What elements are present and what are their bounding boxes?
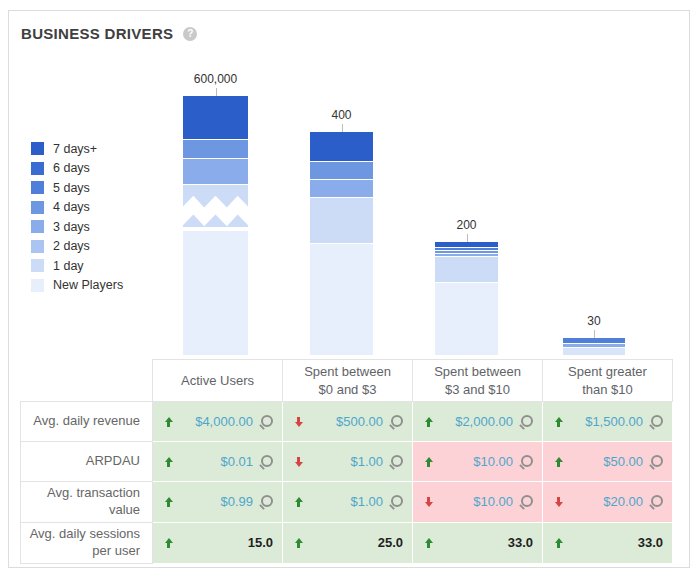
metric-value: 25.0 <box>378 535 403 550</box>
trend-up-icon <box>294 538 303 548</box>
metric-value[interactable]: $1.00 <box>350 494 383 509</box>
metric-cell: 25.0 <box>283 522 413 563</box>
metric-cell: $0.99 <box>153 482 283 523</box>
bar-segment[interactable] <box>310 243 373 355</box>
metric-cell: $1.00 <box>283 442 413 482</box>
magnifier-icon[interactable] <box>259 415 273 429</box>
arrow-stem <box>557 543 560 548</box>
metric-cell: $1,500.00 <box>543 402 673 442</box>
trend-up-icon <box>424 538 433 548</box>
metric-cell-content: $500.00 <box>283 414 412 429</box>
metric-cell: $0.01 <box>153 442 283 482</box>
bar-segment[interactable] <box>183 139 248 158</box>
bar-segment[interactable] <box>183 230 248 355</box>
arrow-head <box>555 502 563 507</box>
metric-cell-content: 25.0 <box>283 535 412 550</box>
metric-cell-content: 33.0 <box>543 535 672 550</box>
metric-cell-content: $4,000.00 <box>153 414 282 429</box>
metric-cell-content: $1.00 <box>283 454 412 469</box>
metric-value[interactable]: $20.00 <box>603 494 643 509</box>
bar-segment[interactable] <box>435 256 498 282</box>
metric-row-label: ARPDAU <box>21 442 153 482</box>
metric-cell: 33.0 <box>413 522 543 563</box>
metric-cell-content: $10.00 <box>413 454 542 469</box>
metric-cell-content: $10.00 <box>413 494 542 509</box>
metric-cell: $2,000.00 <box>413 402 543 442</box>
trend-down-icon <box>294 417 303 427</box>
column-header: Active Users <box>153 360 283 402</box>
arrow-stem <box>427 462 430 467</box>
magnifier-icon[interactable] <box>259 455 273 469</box>
metric-cell-content: $0.01 <box>153 454 282 469</box>
trend-up-icon <box>294 497 303 507</box>
trend-up-icon <box>554 417 563 427</box>
magnifier-icon[interactable] <box>389 455 403 469</box>
arrow-stem <box>297 543 300 548</box>
trend-up-icon <box>164 417 173 427</box>
metric-cell: $10.00 <box>413 442 543 482</box>
metric-value[interactable]: $2,000.00 <box>455 414 513 429</box>
metric-cell: $4,000.00 <box>153 402 283 442</box>
magnifier-icon[interactable] <box>519 415 533 429</box>
metric-cell: $500.00 <box>283 402 413 442</box>
bar-segment[interactable] <box>310 197 373 243</box>
arrow-stem <box>167 422 170 427</box>
bar-segment[interactable] <box>435 282 498 355</box>
trend-down-icon <box>424 497 433 507</box>
bar-segment[interactable] <box>183 96 248 139</box>
arrow-stem <box>427 422 430 427</box>
metric-cell-content: $1.00 <box>283 494 412 509</box>
magnifier-icon[interactable] <box>389 495 403 509</box>
metric-value[interactable]: $1,500.00 <box>585 414 643 429</box>
trend-up-icon <box>164 497 173 507</box>
bar-segment[interactable] <box>310 132 373 161</box>
metric-value: 15.0 <box>248 535 273 550</box>
bar-segment[interactable] <box>563 347 625 355</box>
metric-cell: $50.00 <box>543 442 673 482</box>
metric-value[interactable]: $500.00 <box>336 414 383 429</box>
magnifier-icon[interactable] <box>649 455 663 469</box>
column-header: Spent greater than $10 <box>543 360 673 402</box>
table-row: Avg. daily revenue$4,000.00$500.00$2,000… <box>21 402 673 442</box>
trend-up-icon <box>554 457 563 467</box>
bar-tick <box>467 234 468 242</box>
trend-down-icon <box>554 497 563 507</box>
stacked-bar[interactable]: 400 <box>310 132 373 355</box>
trend-up-icon <box>554 538 563 548</box>
bar-segment[interactable] <box>310 161 373 179</box>
arrow-stem <box>167 502 170 507</box>
bar-tick <box>216 88 217 96</box>
metric-value[interactable]: $0.01 <box>220 454 253 469</box>
magnifier-icon[interactable] <box>649 415 663 429</box>
metric-value[interactable]: $10.00 <box>473 494 513 509</box>
magnifier-icon[interactable] <box>389 415 403 429</box>
metric-value[interactable]: $0.99 <box>220 494 253 509</box>
magnifier-icon[interactable] <box>649 495 663 509</box>
table-corner-spacer <box>21 360 153 402</box>
stacked-bar[interactable]: 30 <box>563 338 625 355</box>
trend-down-icon <box>294 457 303 467</box>
metric-value[interactable]: $4,000.00 <box>195 414 253 429</box>
metric-value: 33.0 <box>508 535 533 550</box>
metric-cell: 33.0 <box>543 522 673 563</box>
magnifier-icon[interactable] <box>259 495 273 509</box>
metric-cell-content: $2,000.00 <box>413 414 542 429</box>
bar-segment[interactable] <box>310 179 373 197</box>
business-drivers-panel: BUSINESS DRIVERS ? 7 days+6 days5 days4 … <box>8 10 690 568</box>
arrow-stem <box>427 543 430 548</box>
bar-tick <box>342 124 343 132</box>
metric-value[interactable]: $50.00 <box>603 454 643 469</box>
metric-cell-content: $20.00 <box>543 494 672 509</box>
magnifier-icon[interactable] <box>519 455 533 469</box>
column-header: Spent between $3 and $10 <box>413 360 543 402</box>
trend-up-icon <box>164 538 173 548</box>
table-row: Avg. transaction value$0.99$1.00$10.00$2… <box>21 482 673 523</box>
metric-value[interactable]: $10.00 <box>473 454 513 469</box>
metric-cell: $20.00 <box>543 482 673 523</box>
magnifier-icon[interactable] <box>519 495 533 509</box>
metric-value[interactable]: $1.00 <box>350 454 383 469</box>
stacked-bar[interactable]: 600,000 <box>183 96 248 355</box>
bar-segment[interactable] <box>183 158 248 184</box>
metric-cell: $10.00 <box>413 482 543 523</box>
stacked-bar[interactable]: 200 <box>435 242 498 355</box>
